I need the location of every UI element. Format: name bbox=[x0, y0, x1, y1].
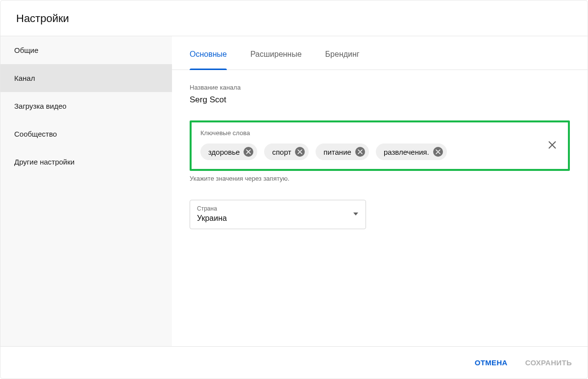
chip-label: здоровье bbox=[208, 148, 240, 156]
channel-name-value: Serg Scot bbox=[190, 95, 570, 105]
settings-dialog: Настройки Общие Канал Загрузка видео Соо… bbox=[0, 0, 588, 379]
country-select[interactable]: Страна Украина bbox=[190, 200, 366, 229]
keyword-chip: развлечения. bbox=[376, 143, 447, 160]
sidebar-item-channel[interactable]: Канал bbox=[0, 64, 172, 92]
country-label: Страна bbox=[197, 205, 353, 212]
dialog-footer: ОТМЕНА СОХРАНИТЬ bbox=[0, 346, 588, 379]
clear-keywords-icon[interactable] bbox=[545, 138, 559, 152]
keywords-chip-list: здоровье спорт bbox=[200, 143, 540, 160]
tab-branding[interactable]: Брендинг bbox=[325, 36, 360, 70]
country-select-inner: Страна Украина bbox=[197, 205, 353, 223]
tab-content: Название канала Serg Scot Ключевые слова… bbox=[172, 70, 588, 346]
sidebar-item-community[interactable]: Сообщество bbox=[0, 120, 172, 148]
tab-advanced[interactable]: Расширенные bbox=[250, 36, 302, 70]
tab-basic[interactable]: Основные bbox=[190, 36, 227, 70]
sidebar-item-general[interactable]: Общие bbox=[0, 36, 172, 64]
keywords-label: Ключевые слова bbox=[200, 129, 540, 137]
chip-remove-icon[interactable] bbox=[244, 147, 253, 157]
chip-remove-icon[interactable] bbox=[295, 147, 305, 157]
tab-bar: Основные Расширенные Брендинг bbox=[172, 36, 588, 70]
sidebar-item-label: Канал bbox=[14, 74, 35, 82]
tab-label: Основные bbox=[190, 50, 227, 58]
chevron-down-icon bbox=[353, 210, 359, 218]
cancel-button[interactable]: ОТМЕНА bbox=[473, 355, 510, 371]
sidebar-item-label: Другие настройки bbox=[14, 158, 74, 166]
main-panel: Основные Расширенные Брендинг Название к… bbox=[172, 36, 588, 346]
dialog-title: Настройки bbox=[16, 12, 572, 25]
country-value: Украина bbox=[197, 214, 353, 223]
tab-label: Расширенные bbox=[250, 50, 302, 58]
keywords-helper-text: Укажите значения через запятую. bbox=[190, 175, 570, 182]
dialog-header: Настройки bbox=[0, 0, 588, 36]
chip-label: спорт bbox=[272, 148, 291, 156]
sidebar-item-label: Общие bbox=[14, 46, 38, 54]
sidebar-item-other[interactable]: Другие настройки bbox=[0, 148, 172, 176]
sidebar-item-label: Сообщество bbox=[14, 130, 57, 138]
keyword-chip: спорт bbox=[264, 143, 309, 160]
keyword-chip: питание bbox=[316, 143, 369, 160]
sidebar-item-upload[interactable]: Загрузка видео bbox=[0, 92, 172, 120]
sidebar-item-label: Загрузка видео bbox=[14, 102, 67, 110]
dialog-body: Общие Канал Загрузка видео Сообщество Др… bbox=[0, 36, 588, 346]
channel-name-label: Название канала bbox=[190, 84, 570, 91]
chip-label: питание bbox=[323, 148, 351, 156]
chip-remove-icon[interactable] bbox=[433, 147, 443, 157]
chip-remove-icon[interactable] bbox=[355, 147, 365, 157]
keywords-field[interactable]: Ключевые слова здоровье спорт bbox=[190, 120, 570, 171]
sidebar: Общие Канал Загрузка видео Сообщество Др… bbox=[0, 36, 172, 346]
tab-label: Брендинг bbox=[325, 50, 360, 58]
save-button[interactable]: СОХРАНИТЬ bbox=[523, 355, 574, 371]
chip-label: развлечения. bbox=[384, 148, 429, 156]
keywords-inner: Ключевые слова здоровье спорт bbox=[200, 129, 540, 160]
keyword-chip: здоровье bbox=[200, 143, 257, 160]
